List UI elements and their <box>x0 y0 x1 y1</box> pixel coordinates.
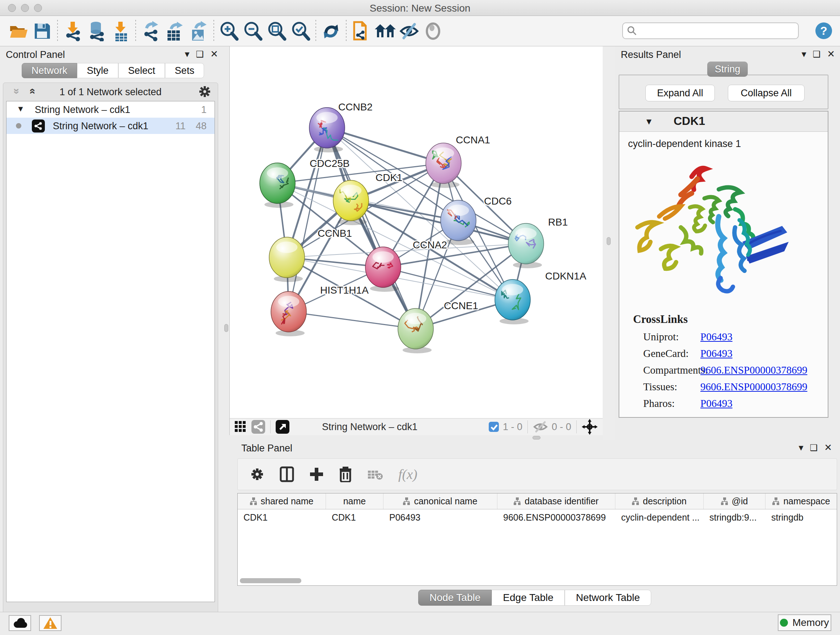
table-row[interactable]: CDK1CDK1P064939606.ENSP00000378699cyclin… <box>238 509 837 526</box>
crosslink-label: Tissues: <box>633 381 700 397</box>
open-in-new-window-icon[interactable] <box>276 420 289 434</box>
share-network-icon[interactable] <box>251 420 265 434</box>
close-panel-icon[interactable]: ✕ <box>210 49 218 60</box>
import-network-file-icon[interactable] <box>61 19 85 43</box>
search-icon <box>627 25 638 36</box>
crosslink-link[interactable]: 9606.ENSP00000378699 <box>700 381 807 397</box>
tab-network[interactable]: Network <box>22 63 77 78</box>
zoom-out-icon[interactable] <box>241 19 265 43</box>
export-network-icon[interactable] <box>139 19 163 43</box>
crosslink-link[interactable]: P06493 <box>700 331 733 348</box>
panel-menu-icon[interactable]: ▾ <box>185 49 189 60</box>
save-session-icon[interactable] <box>30 19 54 43</box>
column-header-namespace[interactable]: namespace <box>766 494 837 509</box>
network-options-gear-icon[interactable] <box>198 85 211 98</box>
table-cell[interactable]: CDK1 <box>326 509 384 526</box>
column-header-shared-name[interactable]: shared name <box>238 494 326 509</box>
table-cell[interactable]: cyclin-dependent ... <box>615 509 704 526</box>
expand-all-button[interactable]: Expand All <box>645 85 715 101</box>
table-cell[interactable]: P06493 <box>384 509 497 526</box>
column-header-label: shared name <box>261 496 314 507</box>
network-view-indicator-icon <box>16 123 21 128</box>
network-node-CCNE1[interactable] <box>398 309 433 353</box>
hide-selected-icon[interactable] <box>397 19 421 43</box>
node-label-CDK1: CDK1 <box>376 172 403 183</box>
refresh-icon[interactable] <box>319 19 343 43</box>
tab-network-table[interactable]: Network Table <box>565 590 651 606</box>
control-panel: Control Panel ▾ ❑ ✕ Network Style Select… <box>0 46 223 612</box>
birds-eye-grid-icon[interactable] <box>234 420 247 433</box>
warning-icon[interactable] <box>39 615 62 631</box>
export-table-icon[interactable] <box>163 19 187 43</box>
float-panel-icon[interactable]: ❑ <box>196 49 204 59</box>
network-collection-row[interactable]: ▼ String Network – cdk1 1 <box>6 101 215 118</box>
import-network-database-icon[interactable] <box>85 19 109 43</box>
crosslink-link[interactable]: P06493 <box>700 348 733 364</box>
network-canvas[interactable]: CCNB2CCNA1CDC25BCDK1CDC6RB1CCNB1CCNA2CDK… <box>229 46 603 418</box>
network-node-CCNB2[interactable] <box>309 108 345 152</box>
column-header-name[interactable]: name <box>326 494 384 509</box>
memory-button[interactable]: Memory <box>778 614 831 631</box>
column-header-canonical-name[interactable]: canonical name <box>384 494 497 509</box>
export-image-icon[interactable] <box>187 19 210 43</box>
network-node-HIST1H1A[interactable] <box>271 291 306 336</box>
table-cell[interactable]: 9606.ENSP00000378699 <box>497 509 615 526</box>
show-orb-icon[interactable] <box>421 19 445 43</box>
panel-menu-icon[interactable]: ▾ <box>799 442 804 453</box>
tab-sets[interactable]: Sets <box>165 63 204 78</box>
collapse-collection-icon[interactable]: ▼ <box>17 104 25 114</box>
trash-icon[interactable] <box>339 466 352 482</box>
help-icon[interactable]: ? <box>815 22 833 41</box>
gear-icon[interactable] <box>250 467 264 481</box>
add-icon[interactable] <box>309 467 324 481</box>
collapse-all-button[interactable]: Collapse All <box>728 85 805 101</box>
network-row-selected[interactable]: String Network – cdk1 11 48 <box>6 118 215 134</box>
column-header-database-identifier[interactable]: database identifier <box>497 494 615 509</box>
network-node-CCNB1[interactable] <box>269 237 305 282</box>
close-panel-icon[interactable]: ✕ <box>827 49 835 60</box>
network-node-CDKN1A[interactable] <box>495 279 531 325</box>
network-node-RB1[interactable] <box>508 223 544 268</box>
results-panel-title: Results Panel <box>621 49 681 60</box>
table-cell[interactable]: CDK1 <box>238 509 326 526</box>
tab-edge-table[interactable]: Edge Table <box>492 590 565 606</box>
tab-style[interactable]: Style <box>77 63 118 78</box>
import-table-icon[interactable] <box>109 19 133 43</box>
cloud-icon[interactable] <box>9 615 31 631</box>
control-panel-splitter[interactable] <box>223 46 229 440</box>
tab-string[interactable]: String <box>707 62 748 77</box>
network-label: String Network – cdk1 <box>53 120 148 132</box>
results-panel-splitter[interactable] <box>603 46 615 440</box>
selected-checkbox-icon[interactable] <box>488 421 499 432</box>
panel-menu-icon[interactable]: ▾ <box>802 49 806 60</box>
column-header-description[interactable]: description <box>615 494 704 509</box>
home-icon[interactable] <box>373 19 397 43</box>
zoom-selected-icon[interactable] <box>289 19 313 43</box>
tab-node-table[interactable]: Node Table <box>418 590 492 606</box>
open-session-icon[interactable] <box>6 19 30 43</box>
float-panel-icon[interactable]: ❑ <box>813 49 821 59</box>
crosslink-link[interactable]: 9606.ENSP00000378699 <box>700 364 807 381</box>
delete-table-icon[interactable] <box>367 468 383 481</box>
table-horizontal-scrollbar[interactable] <box>240 578 302 583</box>
node-label-CCNA2: CCNA2 <box>413 239 447 250</box>
pan-crosshair-icon[interactable] <box>582 419 598 435</box>
string-document-icon[interactable] <box>349 19 373 43</box>
search-input[interactable] <box>638 24 798 38</box>
network-node-CCNA1[interactable] <box>426 143 461 188</box>
float-panel-icon[interactable]: ❑ <box>810 443 818 453</box>
function-icon[interactable]: f(x) <box>398 466 417 482</box>
zoom-fit-icon[interactable] <box>265 19 289 43</box>
zoom-in-icon[interactable] <box>217 19 241 43</box>
columns-icon[interactable] <box>279 466 294 482</box>
search-field[interactable] <box>622 22 799 39</box>
network-node-CDC25B[interactable] <box>260 163 295 208</box>
network-node-CCNA2[interactable] <box>365 247 401 292</box>
collapse-card-icon[interactable]: ▼ <box>645 117 653 127</box>
close-panel-icon[interactable]: ✕ <box>824 442 832 453</box>
table-cell[interactable]: stringdb:9... <box>704 509 766 526</box>
tab-select[interactable]: Select <box>118 63 165 78</box>
crosslink-link[interactable]: P06493 <box>700 397 733 414</box>
table-cell[interactable]: stringdb <box>766 509 837 526</box>
column-header-@id[interactable]: @id <box>704 494 766 509</box>
